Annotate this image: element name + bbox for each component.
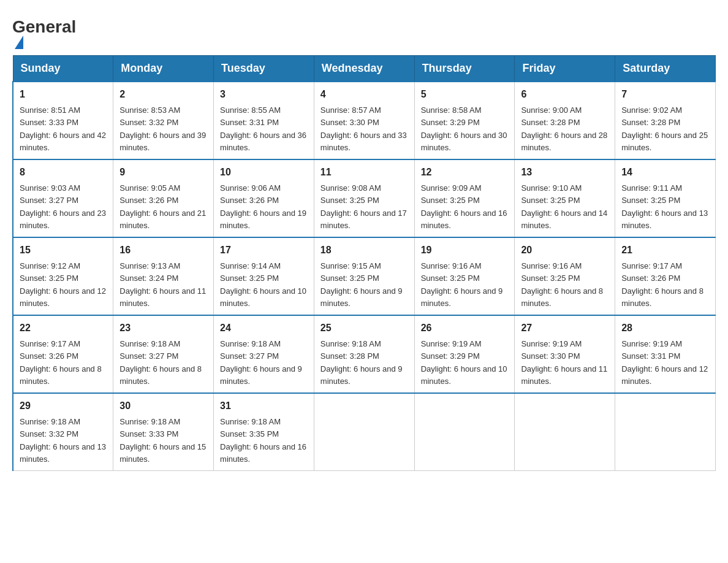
day-number: 9 xyxy=(119,165,207,180)
calendar-day: 20 Sunrise: 9:16 AMSunset: 3:25 PMDaylig… xyxy=(515,237,615,315)
calendar-day: 31 Sunrise: 9:18 AMSunset: 3:35 PMDaylig… xyxy=(214,393,314,471)
calendar-day: 5 Sunrise: 8:58 AMSunset: 3:29 PMDayligh… xyxy=(414,82,515,159)
calendar-day: 6 Sunrise: 9:00 AMSunset: 3:28 PMDayligh… xyxy=(515,82,615,159)
day-number: 11 xyxy=(320,165,408,180)
day-info: Sunrise: 9:18 AMSunset: 3:27 PMDaylight:… xyxy=(119,339,202,386)
day-info: Sunrise: 9:16 AMSunset: 3:25 PMDaylight:… xyxy=(521,261,603,308)
day-number: 22 xyxy=(20,321,107,335)
page-header: General xyxy=(12,12,716,49)
calendar-header-monday: Monday xyxy=(113,56,214,82)
day-info: Sunrise: 8:53 AMSunset: 3:32 PMDaylight:… xyxy=(119,105,206,152)
calendar-day: 14 Sunrise: 9:11 AMSunset: 3:25 PMDaylig… xyxy=(615,159,716,237)
day-number: 19 xyxy=(421,243,509,258)
calendar-day: 30 Sunrise: 9:18 AMSunset: 3:33 PMDaylig… xyxy=(113,393,214,471)
calendar-header-sunday: Sunday xyxy=(13,56,113,82)
day-info: Sunrise: 9:18 AMSunset: 3:35 PMDaylight:… xyxy=(220,417,306,464)
day-info: Sunrise: 9:18 AMSunset: 3:27 PMDaylight:… xyxy=(220,339,302,386)
calendar-day: 24 Sunrise: 9:18 AMSunset: 3:27 PMDaylig… xyxy=(214,315,314,393)
day-info: Sunrise: 8:51 AMSunset: 3:33 PMDaylight:… xyxy=(20,105,106,152)
day-number: 5 xyxy=(421,87,509,102)
day-info: Sunrise: 9:17 AMSunset: 3:26 PMDaylight:… xyxy=(20,339,102,386)
day-info: Sunrise: 9:19 AMSunset: 3:30 PMDaylight:… xyxy=(521,339,607,386)
calendar-day: 23 Sunrise: 9:18 AMSunset: 3:27 PMDaylig… xyxy=(113,315,214,393)
calendar-header-wednesday: Wednesday xyxy=(314,56,414,82)
day-info: Sunrise: 9:11 AMSunset: 3:25 PMDaylight:… xyxy=(621,183,708,230)
calendar-day: 10 Sunrise: 9:06 AMSunset: 3:26 PMDaylig… xyxy=(214,159,314,237)
calendar-header-friday: Friday xyxy=(515,56,615,82)
day-number: 17 xyxy=(220,243,308,258)
calendar-day: 28 Sunrise: 9:19 AMSunset: 3:31 PMDaylig… xyxy=(615,315,716,393)
day-number: 18 xyxy=(320,243,408,258)
calendar-day: 16 Sunrise: 9:13 AMSunset: 3:24 PMDaylig… xyxy=(113,237,214,315)
calendar-day xyxy=(515,393,615,471)
calendar-week-2: 8 Sunrise: 9:03 AMSunset: 3:27 PMDayligh… xyxy=(13,159,716,237)
day-info: Sunrise: 9:02 AMSunset: 3:28 PMDaylight:… xyxy=(621,105,708,152)
day-number: 29 xyxy=(20,399,107,413)
day-info: Sunrise: 9:10 AMSunset: 3:25 PMDaylight:… xyxy=(521,183,607,230)
day-info: Sunrise: 9:00 AMSunset: 3:28 PMDaylight:… xyxy=(521,105,607,152)
calendar-day: 1 Sunrise: 8:51 AMSunset: 3:33 PMDayligh… xyxy=(13,82,113,159)
calendar-day: 3 Sunrise: 8:55 AMSunset: 3:31 PMDayligh… xyxy=(214,82,314,159)
day-number: 30 xyxy=(119,399,207,413)
day-number: 8 xyxy=(20,165,107,180)
calendar-week-1: 1 Sunrise: 8:51 AMSunset: 3:33 PMDayligh… xyxy=(13,82,716,159)
day-info: Sunrise: 9:18 AMSunset: 3:32 PMDaylight:… xyxy=(20,417,106,464)
day-number: 23 xyxy=(119,321,207,335)
day-number: 6 xyxy=(521,87,609,102)
day-info: Sunrise: 9:18 AMSunset: 3:33 PMDaylight:… xyxy=(119,417,206,464)
calendar-day xyxy=(314,393,414,471)
calendar-table: SundayMondayTuesdayWednesdayThursdayFrid… xyxy=(12,55,716,471)
calendar-day: 25 Sunrise: 9:18 AMSunset: 3:28 PMDaylig… xyxy=(314,315,414,393)
day-number: 1 xyxy=(20,87,107,102)
day-number: 26 xyxy=(421,321,509,335)
day-number: 20 xyxy=(521,243,609,258)
day-number: 12 xyxy=(421,165,509,180)
day-number: 27 xyxy=(521,321,609,335)
calendar-day: 22 Sunrise: 9:17 AMSunset: 3:26 PMDaylig… xyxy=(13,315,113,393)
day-info: Sunrise: 8:57 AMSunset: 3:30 PMDaylight:… xyxy=(320,105,407,152)
calendar-header-thursday: Thursday xyxy=(414,56,515,82)
day-info: Sunrise: 9:08 AMSunset: 3:25 PMDaylight:… xyxy=(320,183,407,230)
calendar-week-5: 29 Sunrise: 9:18 AMSunset: 3:32 PMDaylig… xyxy=(13,393,716,471)
calendar-day: 19 Sunrise: 9:16 AMSunset: 3:25 PMDaylig… xyxy=(414,237,515,315)
day-number: 24 xyxy=(220,321,308,335)
calendar-header-tuesday: Tuesday xyxy=(214,56,314,82)
day-info: Sunrise: 9:14 AMSunset: 3:25 PMDaylight:… xyxy=(220,261,306,308)
calendar-day: 15 Sunrise: 9:12 AMSunset: 3:25 PMDaylig… xyxy=(13,237,113,315)
day-info: Sunrise: 9:03 AMSunset: 3:27 PMDaylight:… xyxy=(20,183,106,230)
logo-triangle-icon xyxy=(15,36,23,49)
day-number: 15 xyxy=(20,243,107,258)
calendar-day: 9 Sunrise: 9:05 AMSunset: 3:26 PMDayligh… xyxy=(113,159,214,237)
day-number: 31 xyxy=(220,399,308,413)
day-info: Sunrise: 8:58 AMSunset: 3:29 PMDaylight:… xyxy=(421,105,507,152)
calendar-week-4: 22 Sunrise: 9:17 AMSunset: 3:26 PMDaylig… xyxy=(13,315,716,393)
day-number: 13 xyxy=(521,165,609,180)
logo-general-text: General xyxy=(12,18,76,36)
calendar-day: 7 Sunrise: 9:02 AMSunset: 3:28 PMDayligh… xyxy=(615,82,716,159)
day-info: Sunrise: 9:06 AMSunset: 3:26 PMDaylight:… xyxy=(220,183,306,230)
day-info: Sunrise: 9:15 AMSunset: 3:25 PMDaylight:… xyxy=(320,261,403,308)
day-info: Sunrise: 9:09 AMSunset: 3:25 PMDaylight:… xyxy=(421,183,507,230)
day-info: Sunrise: 9:13 AMSunset: 3:24 PMDaylight:… xyxy=(119,261,206,308)
day-number: 3 xyxy=(220,87,308,102)
day-info: Sunrise: 9:16 AMSunset: 3:25 PMDaylight:… xyxy=(421,261,503,308)
calendar-day: 27 Sunrise: 9:19 AMSunset: 3:30 PMDaylig… xyxy=(515,315,615,393)
calendar-day: 11 Sunrise: 9:08 AMSunset: 3:25 PMDaylig… xyxy=(314,159,414,237)
day-info: Sunrise: 9:05 AMSunset: 3:26 PMDaylight:… xyxy=(119,183,206,230)
day-info: Sunrise: 9:18 AMSunset: 3:28 PMDaylight:… xyxy=(320,339,403,386)
day-number: 4 xyxy=(320,87,408,102)
day-number: 25 xyxy=(320,321,408,335)
calendar-day: 12 Sunrise: 9:09 AMSunset: 3:25 PMDaylig… xyxy=(414,159,515,237)
calendar-day xyxy=(615,393,716,471)
day-number: 10 xyxy=(220,165,308,180)
calendar-day: 26 Sunrise: 9:19 AMSunset: 3:29 PMDaylig… xyxy=(414,315,515,393)
day-number: 7 xyxy=(621,87,709,102)
day-number: 21 xyxy=(621,243,709,258)
calendar-day: 13 Sunrise: 9:10 AMSunset: 3:25 PMDaylig… xyxy=(515,159,615,237)
calendar-day: 21 Sunrise: 9:17 AMSunset: 3:26 PMDaylig… xyxy=(615,237,716,315)
day-info: Sunrise: 9:17 AMSunset: 3:26 PMDaylight:… xyxy=(621,261,703,308)
day-info: Sunrise: 9:19 AMSunset: 3:29 PMDaylight:… xyxy=(421,339,507,386)
logo: General xyxy=(12,18,76,49)
calendar-day: 17 Sunrise: 9:14 AMSunset: 3:25 PMDaylig… xyxy=(214,237,314,315)
calendar-day xyxy=(414,393,515,471)
